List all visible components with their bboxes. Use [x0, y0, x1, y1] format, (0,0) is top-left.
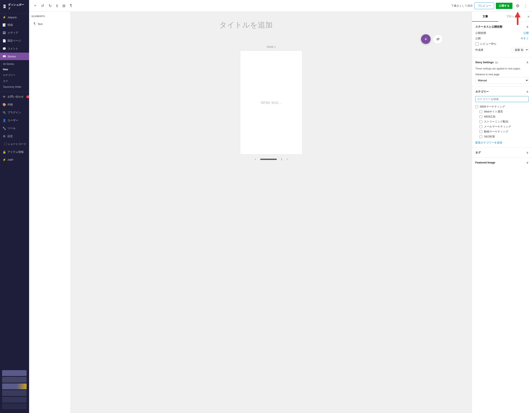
category-checkbox-web-marketing[interactable]	[475, 105, 478, 108]
tab-block[interactable]: ブロック	[498, 12, 525, 22]
sidebar-divider	[0, 92, 29, 92]
sidebar-sub-tags[interactable]: タグ	[0, 78, 29, 84]
arrow-indicator	[515, 12, 521, 25]
right-panel: 文書 ブロック × ステータスと公開状態 ∧ 公開状態 公開 公開 今すぐ	[472, 12, 532, 413]
advance-label: Advance to next page	[475, 73, 529, 76]
page-card[interactable]: Write text...	[240, 50, 302, 155]
redo-button[interactable]: ↻	[47, 2, 53, 9]
sidebar-item-label: 固定ページ	[8, 39, 21, 43]
featured-image-collapse-button[interactable]: ∨	[526, 160, 529, 165]
publish-button[interactable]: 公開する	[496, 3, 513, 9]
next-page-button[interactable]: ›	[286, 157, 288, 161]
story-title-area[interactable]: タイトルを追加	[219, 16, 323, 34]
gear-button[interactable]: ⚙	[514, 2, 521, 10]
sidebar-item-posts[interactable]: 📝 投稿	[0, 21, 29, 29]
date-value[interactable]: 今すぐ	[521, 37, 529, 40]
paragraph-button[interactable]: ¶	[68, 2, 74, 9]
sidebar-sub-new[interactable]: New	[0, 67, 29, 72]
featured-image-section[interactable]: Featured Image ∨	[472, 158, 532, 167]
page-label: PAGE 1	[75, 46, 468, 49]
undo-button[interactable]: ↺	[39, 2, 46, 9]
story-settings-collapse-button[interactable]: ∧	[526, 60, 529, 64]
fab-nav-button[interactable]: ⇄	[433, 34, 443, 44]
sidebar-item-media[interactable]: 🖼 メディア	[0, 29, 29, 37]
sidebar-logo-label: ダッシュボード	[8, 3, 27, 10]
category-checkbox-email-marketing[interactable]	[479, 125, 482, 128]
advance-select[interactable]: Manual Auto	[475, 77, 529, 84]
elements-panel-title: ELEMENTS	[32, 15, 68, 18]
sidebar-item-stories[interactable]: 📖 Stories	[0, 53, 29, 60]
more-options-button[interactable]: ⋮	[523, 2, 529, 10]
sidebar-sub-categories[interactable]: カテゴリー	[0, 72, 29, 78]
category-checkbox-web-ads[interactable]	[479, 115, 482, 118]
story-title-placeholder: タイトルを追加	[219, 20, 273, 29]
tags-section[interactable]: タグ ∨	[472, 148, 532, 158]
date-row: 公開 今すぐ	[475, 37, 529, 40]
category-label-streaming: ストリーミング配信	[484, 120, 508, 124]
element-item-text[interactable]: ¶ Text	[32, 20, 68, 28]
stories-submenu: All Stories New カテゴリー タグ Taxonomy Order	[0, 60, 29, 91]
sidebar-item-label: コメント	[8, 47, 18, 50]
shortcode-icon: 〔〕	[2, 142, 6, 146]
category-checkbox-seo[interactable]	[479, 135, 482, 138]
status-collapse-button[interactable]: ∧	[526, 25, 529, 29]
users-icon: 👤	[2, 119, 6, 122]
close-panel-button[interactable]: ×	[525, 12, 532, 22]
settings-icon: ⚙	[2, 135, 6, 138]
categories-collapse-button[interactable]: ∧	[526, 90, 529, 94]
category-item-video-marketing: 動画マーケティング	[475, 129, 529, 134]
sidebar-item-comments[interactable]: 💬 コメント	[0, 45, 29, 53]
add-button[interactable]: +	[32, 2, 38, 9]
add-category-link[interactable]: 新規カテゴリーを追加	[475, 141, 502, 145]
category-checkbox-web-ops[interactable]	[479, 110, 482, 113]
appearance-icon: 🎨	[2, 103, 6, 106]
tools-button[interactable]: ⊞	[61, 2, 67, 9]
fab-add-button[interactable]: +	[421, 34, 431, 44]
featured-image-title: Featured Image	[475, 161, 495, 164]
sidebar-item-settings[interactable]: ⚙ 設定	[0, 132, 29, 140]
sidebar-item-contact[interactable]: ✉ お問い合わせ 1	[0, 93, 29, 101]
sidebar-item-label: ユーザー	[8, 118, 18, 122]
sidebar-item-shortcode[interactable]: 〔〕 ショートコード	[0, 140, 29, 148]
preview-button[interactable]: プレビュー	[475, 2, 494, 9]
page-nav-row: ‹ 1 ›	[75, 157, 468, 161]
prev-page-button[interactable]: ‹	[255, 157, 256, 161]
sidebar-item-label: 設定	[8, 134, 13, 138]
category-item-web-marketing: WEBマーケティング	[475, 104, 529, 109]
categories-title: カテゴリー	[475, 90, 489, 94]
sidebar-sub-taxonomy-order[interactable]: Taxonomy Order	[0, 84, 29, 90]
category-checkbox-streaming[interactable]	[479, 120, 482, 123]
jetpack-icon: ⚡	[2, 16, 6, 19]
sidebar-item-users[interactable]: 👤 ユーザー	[0, 117, 29, 124]
sidebar-item-label: アイテム情報	[8, 150, 24, 154]
sidebar-item-tools[interactable]: 🔧 ツール	[0, 124, 29, 132]
review-checkbox[interactable]	[475, 42, 479, 46]
items-icon: 🔒	[2, 150, 6, 154]
sidebar-item-items[interactable]: 🔒 アイテム情報	[0, 148, 29, 156]
category-search-input[interactable]	[475, 96, 529, 102]
sidebar-item-amp[interactable]: ⚡ AMP	[0, 156, 29, 163]
amp-icon: ⚡	[2, 158, 6, 161]
category-list: WEBマーケティング Webサイト運営 WEB広告 ストリーミング配信	[475, 104, 529, 139]
sidebar-item-plugins[interactable]: 🔌 プラグイン	[0, 108, 29, 117]
tags-collapse-button[interactable]: ∨	[526, 151, 529, 155]
status-value[interactable]: 公開	[523, 31, 529, 35]
author-select[interactable]: 遠藤 聡	[512, 47, 529, 53]
tab-document[interactable]: 文書	[472, 12, 498, 22]
story-settings-header: Story Settings 📖 ∧	[475, 60, 529, 64]
category-item-seo: SEO対策	[475, 134, 529, 139]
sidebar-item-jetpack[interactable]: ⚡ Jetpack	[0, 13, 29, 21]
category-checkbox-video-marketing[interactable]	[479, 130, 482, 133]
element-item-label: Text	[38, 22, 43, 26]
sidebar-item-appearance[interactable]: 🎨 外観	[0, 101, 29, 108]
category-label-web-ads: WEB広告	[484, 115, 496, 118]
sidebar-item-label: ツール	[8, 127, 16, 130]
status-section-title: ステータスと公開状態	[475, 25, 502, 29]
sidebar-sub-all-stories[interactable]: All Stories	[0, 61, 29, 67]
main-area: + ↺ ↻ ℹ ⊞ ¶ 下書きとして保存 プレビュー 公開する ⚙ ⋮ ELEM…	[29, 0, 532, 413]
info-button[interactable]: ℹ	[55, 2, 59, 9]
category-label-email-marketing: メールマーケティング	[484, 125, 511, 128]
sidebar-logo[interactable]: 🎛 ダッシュボード	[0, 0, 29, 13]
sidebar-item-pages[interactable]: 📄 固定ページ	[0, 37, 29, 45]
pages-icon: 📄	[2, 39, 6, 42]
